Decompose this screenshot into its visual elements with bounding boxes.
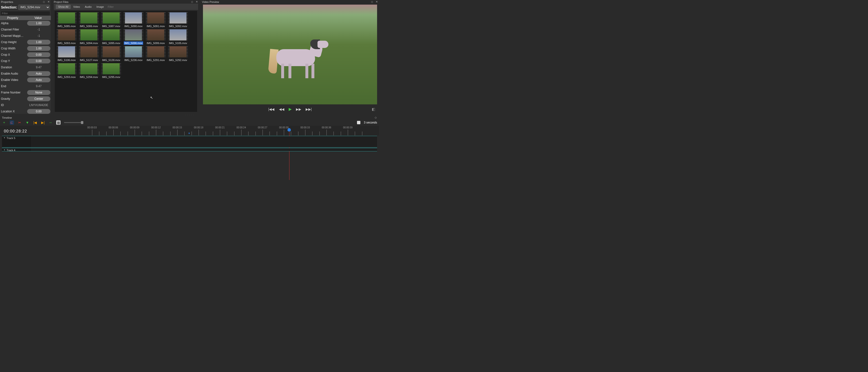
file-thumbnail[interactable]: IMG_5295.mov: [101, 63, 122, 79]
file-thumbnail[interactable]: IMG_5094.mov: [79, 29, 99, 45]
file-thumbnail[interactable]: IMG_5091.mov: [145, 12, 166, 28]
timeline-panel: Timeline ◇ ＋ ⊏ ✂ ▼ |◀ ▶| ↔ ▦ 3 seconds 0…: [0, 116, 379, 163]
project-tab[interactable]: Show All: [56, 5, 71, 9]
snapshot-button[interactable]: ◧: [372, 107, 375, 112]
project-tab[interactable]: Video: [71, 5, 82, 9]
file-thumbnail[interactable]: IMG_5099.mov: [145, 29, 166, 45]
property-value[interactable]: Auto: [27, 78, 51, 82]
close-icon[interactable]: ✕: [47, 0, 50, 3]
next-marker-button[interactable]: ▶|: [41, 120, 45, 125]
detach-icon[interactable]: ◇: [374, 116, 377, 119]
preview-viewport[interactable]: [203, 5, 377, 104]
track-header[interactable]: ▼Track 5: [2, 136, 31, 147]
marker-button[interactable]: ▼: [25, 120, 30, 125]
property-value[interactable]: Center: [27, 96, 51, 101]
property-value[interactable]: -1: [27, 27, 51, 32]
timeline-track[interactable]: ▼Track 5: [2, 136, 377, 148]
property-row[interactable]: IDLNYVUM420E: [0, 102, 51, 108]
detach-icon[interactable]: ◇: [42, 0, 45, 3]
property-row[interactable]: Crop Y0.00: [0, 58, 51, 64]
file-thumbnail[interactable]: IMG_5092.mov: [167, 12, 188, 28]
file-thumbnail[interactable]: IMG_5236.mov: [123, 46, 144, 62]
playhead[interactable]: [287, 128, 291, 131]
property-value[interactable]: 0.00: [27, 59, 51, 63]
file-thumbnail[interactable]: IMG_5085.mov: [56, 12, 77, 28]
file-thumbnail[interactable]: IMG_5293.mov: [56, 63, 77, 79]
rewind-button[interactable]: ◀◀: [279, 107, 284, 111]
property-row[interactable]: End9.47: [0, 83, 51, 89]
property-row[interactable]: Crop Width1.00: [0, 45, 51, 52]
property-value[interactable]: 9.47: [27, 65, 51, 70]
property-value[interactable]: 0.00: [27, 109, 51, 114]
file-thumbnail[interactable]: IMG_5106.mov: [56, 46, 77, 62]
col-property[interactable]: Property: [0, 16, 25, 20]
razor-button[interactable]: ✂: [18, 120, 22, 125]
track-header[interactable]: ▼Track 4: [2, 148, 31, 151]
splitter-vertical[interactable]: ⋮: [199, 0, 201, 114]
forward-button[interactable]: ▶▶: [296, 107, 301, 111]
prev-marker-button[interactable]: |◀: [33, 120, 37, 125]
property-row[interactable]: Enable AudioAuto: [0, 70, 51, 77]
chevron-down-icon[interactable]: ▼: [3, 149, 6, 151]
property-value[interactable]: Auto: [27, 71, 51, 76]
center-playhead-button[interactable]: ↔: [49, 120, 53, 125]
add-track-button[interactable]: ＋: [2, 120, 6, 125]
play-button[interactable]: ▶: [289, 107, 291, 112]
property-value[interactable]: 1.00: [27, 46, 51, 51]
properties-filter-input[interactable]: [1, 11, 50, 15]
close-icon[interactable]: ✕: [375, 0, 378, 3]
col-value[interactable]: Value: [25, 16, 51, 20]
file-thumbnail[interactable]: IMG_5087.mov: [101, 12, 122, 28]
close-icon[interactable]: ✕: [195, 0, 198, 3]
property-row[interactable]: Crop X0.00: [0, 52, 51, 58]
detach-icon[interactable]: ◇: [371, 0, 373, 3]
file-thumbnail[interactable]: IMG_5086.mov: [79, 12, 99, 28]
property-row[interactable]: Location X0.00: [0, 108, 51, 114]
timeline-options-button[interactable]: ▦: [56, 120, 61, 125]
snap-button[interactable]: ⊏: [10, 120, 14, 125]
file-thumbnail[interactable]: IMG_5291.mov: [145, 46, 166, 62]
property-value[interactable]: 1.00: [27, 40, 51, 44]
zoom-slider[interactable]: [64, 122, 83, 123]
file-thumbnail[interactable]: IMG_5093.mov: [56, 29, 77, 45]
property-row[interactable]: Channel Filter-1: [0, 26, 51, 33]
property-row[interactable]: GravityCenter: [0, 96, 51, 102]
property-value[interactable]: 1.00: [27, 21, 51, 26]
project-tab[interactable]: Image: [94, 5, 106, 9]
timeline-track[interactable]: ▼Track 4: [2, 148, 377, 151]
property-row[interactable]: Crop Height1.00: [0, 39, 51, 45]
property-value[interactable]: 0.00: [27, 52, 51, 57]
file-thumbnail[interactable]: IMG_5294.mov: [79, 63, 99, 79]
property-row[interactable]: Channel Mappi…-1: [0, 33, 51, 39]
file-thumbnail[interactable]: IMG_5127.mov: [79, 46, 99, 62]
splitter-vertical[interactable]: ⋮: [51, 0, 53, 114]
thumbnail-grid[interactable]: ↖ IMG_5085.movIMG_5086.movIMG_5087.movIM…: [55, 11, 197, 112]
property-value[interactable]: LNYVUM420E: [27, 103, 51, 107]
track-body[interactable]: [31, 136, 377, 147]
selection-dropdown[interactable]: IMG_5294.mov: [18, 5, 50, 10]
track-body[interactable]: [31, 148, 377, 151]
property-row[interactable]: Enable VideoAuto: [0, 77, 51, 83]
property-value[interactable]: None: [27, 90, 51, 95]
file-thumbnail[interactable]: IMG_5096.mov: [123, 29, 144, 45]
file-thumbnail[interactable]: IMG_5292.mov: [167, 46, 188, 62]
timeline-ruler[interactable]: 00:00:28:22 00:00:0300:00:0600:00:0900:0…: [0, 126, 379, 135]
chevron-down-icon[interactable]: ▼: [3, 136, 6, 139]
marker-icon[interactable]: ▼: [188, 132, 190, 135]
file-thumbnail[interactable]: IMG_5105.mov: [167, 29, 188, 45]
project-tab[interactable]: Audio: [82, 5, 94, 9]
property-value[interactable]: 9.47: [27, 84, 51, 89]
file-thumbnail[interactable]: IMG_5128.mov: [101, 46, 122, 62]
property-row[interactable]: Frame NumberNone: [0, 89, 51, 96]
zoom-preset-button[interactable]: [357, 121, 361, 124]
jump-end-button[interactable]: ▶▶|: [306, 107, 312, 111]
jump-start-button[interactable]: |◀◀: [268, 107, 275, 111]
file-thumbnail[interactable]: IMG_5090.mov: [123, 12, 144, 28]
detach-icon[interactable]: ◇: [191, 0, 193, 3]
property-row[interactable]: Duration9.47: [0, 64, 51, 70]
property-value[interactable]: -1: [27, 33, 51, 38]
file-thumbnail[interactable]: IMG_5095.mov: [101, 29, 122, 45]
splitter-horizontal[interactable]: · · · · ·: [0, 114, 379, 116]
project-filter-input[interactable]: [106, 5, 143, 9]
property-row[interactable]: Alpha1.00: [0, 20, 51, 26]
